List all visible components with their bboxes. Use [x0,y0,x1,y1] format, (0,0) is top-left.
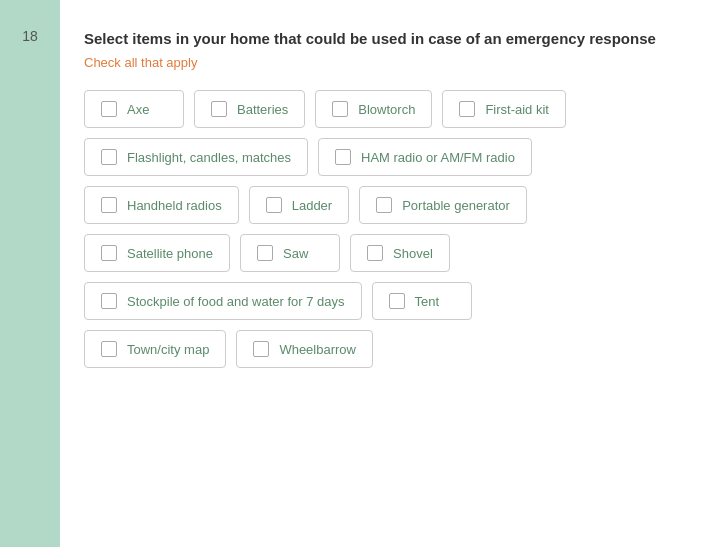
options-row-2: Handheld radiosLadderPortable generator [84,186,688,224]
option-axe[interactable]: Axe [84,90,184,128]
option-label-town-map: Town/city map [127,342,209,357]
checkbox-flashlight[interactable] [101,149,117,165]
option-blowtorch[interactable]: Blowtorch [315,90,432,128]
checkbox-batteries[interactable] [211,101,227,117]
option-wheelbarrow[interactable]: Wheelbarrow [236,330,373,368]
options-row-5: Town/city mapWheelbarrow [84,330,688,368]
option-satellite-phone[interactable]: Satellite phone [84,234,230,272]
checkbox-town-map[interactable] [101,341,117,357]
option-label-shovel: Shovel [393,246,433,261]
sub-label: Check all that apply [84,55,688,70]
checkbox-saw[interactable] [257,245,273,261]
option-saw[interactable]: Saw [240,234,340,272]
checkbox-handheld-radios[interactable] [101,197,117,213]
option-town-map[interactable]: Town/city map [84,330,226,368]
option-label-stockpile: Stockpile of food and water for 7 days [127,294,345,309]
checkbox-stockpile[interactable] [101,293,117,309]
option-label-axe: Axe [127,102,149,117]
checkbox-shovel[interactable] [367,245,383,261]
checkbox-portable-generator[interactable] [376,197,392,213]
option-flashlight[interactable]: Flashlight, candles, matches [84,138,308,176]
checkbox-first-aid-kit[interactable] [459,101,475,117]
option-ham-radio[interactable]: HAM radio or AM/FM radio [318,138,532,176]
checkbox-axe[interactable] [101,101,117,117]
checkbox-blowtorch[interactable] [332,101,348,117]
option-label-tent: Tent [415,294,440,309]
checkbox-wheelbarrow[interactable] [253,341,269,357]
checkbox-satellite-phone[interactable] [101,245,117,261]
option-label-saw: Saw [283,246,308,261]
question-number: 18 [22,28,38,44]
option-label-first-aid-kit: First-aid kit [485,102,549,117]
option-portable-generator[interactable]: Portable generator [359,186,527,224]
option-stockpile[interactable]: Stockpile of food and water for 7 days [84,282,362,320]
option-label-portable-generator: Portable generator [402,198,510,213]
options-row-3: Satellite phoneSawShovel [84,234,688,272]
option-first-aid-kit[interactable]: First-aid kit [442,90,566,128]
option-tent[interactable]: Tent [372,282,472,320]
options-row-0: AxeBatteriesBlowtorchFirst-aid kit [84,90,688,128]
option-label-wheelbarrow: Wheelbarrow [279,342,356,357]
option-label-flashlight: Flashlight, candles, matches [127,150,291,165]
option-ladder[interactable]: Ladder [249,186,349,224]
option-label-handheld-radios: Handheld radios [127,198,222,213]
checkbox-tent[interactable] [389,293,405,309]
option-shovel[interactable]: Shovel [350,234,450,272]
checkbox-ham-radio[interactable] [335,149,351,165]
option-label-batteries: Batteries [237,102,288,117]
option-label-blowtorch: Blowtorch [358,102,415,117]
options-row-4: Stockpile of food and water for 7 daysTe… [84,282,688,320]
option-label-satellite-phone: Satellite phone [127,246,213,261]
survey-page: 18 Select items in your home that could … [0,0,716,547]
options-grid: AxeBatteriesBlowtorchFirst-aid kitFlashl… [84,90,688,368]
question-title: Select items in your home that could be … [84,28,688,49]
option-label-ladder: Ladder [292,198,332,213]
checkbox-ladder[interactable] [266,197,282,213]
sidebar: 18 [0,0,60,547]
option-batteries[interactable]: Batteries [194,90,305,128]
content-area: Select items in your home that could be … [60,0,716,547]
options-row-1: Flashlight, candles, matchesHAM radio or… [84,138,688,176]
option-label-ham-radio: HAM radio or AM/FM radio [361,150,515,165]
option-handheld-radios[interactable]: Handheld radios [84,186,239,224]
